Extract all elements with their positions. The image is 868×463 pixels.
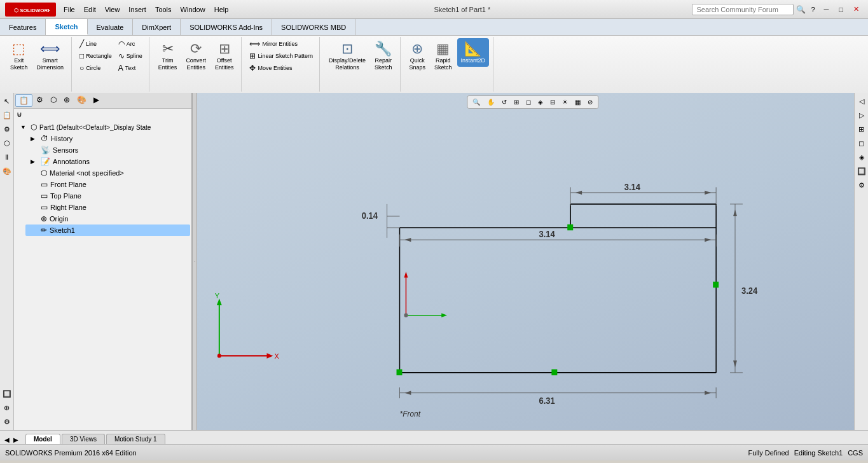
tab-next-button[interactable]: ▶ xyxy=(11,436,20,444)
title-bar-left: ⬡ SOLIDWORKS File Edit View Insert Tools… xyxy=(5,3,232,17)
tab-sketch[interactable]: Sketch xyxy=(46,19,87,35)
tab-model[interactable]: Model xyxy=(25,434,60,444)
sidebar-options[interactable]: ⚙ xyxy=(1,416,13,427)
spline-button[interactable]: ∿Spline xyxy=(116,50,145,62)
svg-rect-20 xyxy=(567,225,573,231)
filter-icon: ⊌ xyxy=(17,110,22,119)
menu-insert[interactable]: Insert xyxy=(125,4,150,15)
help-icon[interactable]: ? xyxy=(808,4,817,15)
menu-help[interactable]: Help xyxy=(210,4,233,15)
tree-item-front-plane[interactable]: ▶ ▭ Front Plane xyxy=(25,179,190,190)
move-icon: ✥ xyxy=(249,64,256,73)
close-button[interactable]: ✕ xyxy=(850,4,863,15)
convert-label: ConvertEntities xyxy=(186,57,206,71)
sidebar-zoom[interactable]: ⊕ xyxy=(1,402,13,413)
status-right: Fully Defined Editing Sketch1 CGS xyxy=(748,449,863,457)
tab-3d-views[interactable]: 3D Views xyxy=(62,434,105,444)
minimize-button[interactable]: ─ xyxy=(820,4,833,15)
right-sidebar-collapse[interactable]: ◁ xyxy=(856,95,867,107)
feature-tree-panel: 📋 ⚙ ⬡ ⊕ 🎨 ▶ ⊌ ▼ ⬡ Part1 (Default<<Defaul… xyxy=(14,93,192,430)
tree-item-part[interactable]: ▼ ⬡ Part1 (Default<<Default>_Display Sta… xyxy=(15,121,190,133)
sidebar-dim-expert[interactable]: Ⅱ xyxy=(1,151,13,163)
sidebar-config-manager[interactable]: ⬡ xyxy=(1,137,13,149)
linear-sketch-button[interactable]: ⊞Linear Sketch Pattern xyxy=(247,50,315,62)
tree-item-sensors[interactable]: ▶ 📡 Sensors xyxy=(25,144,190,156)
right-sidebar-view1[interactable]: ⊞ xyxy=(856,123,867,135)
offset-entities-button[interactable]: ⊞ OffsetEntities xyxy=(211,38,238,74)
tree-item-history[interactable]: ▶ ⏱ History xyxy=(25,133,190,144)
menu-tools[interactable]: Tools xyxy=(151,4,176,15)
circle-button[interactable]: ○Circle xyxy=(77,62,114,74)
sidebar-feature-manager[interactable]: 📋 xyxy=(1,109,13,121)
menu-edit[interactable]: Edit xyxy=(80,4,100,15)
svg-marker-32 xyxy=(705,191,711,195)
sidebar-select-tool[interactable]: ↖ xyxy=(1,95,13,107)
expand-annotations[interactable]: ▶ xyxy=(31,158,38,165)
move-entities-button[interactable]: ✥Move Entities xyxy=(247,62,315,74)
menu-file[interactable]: File xyxy=(60,4,79,15)
panel-nav-add[interactable]: ⊕ xyxy=(60,94,73,107)
tree-item-top-plane[interactable]: ▶ ▭ Top Plane xyxy=(25,190,190,202)
svg-text:3.14: 3.14 xyxy=(624,182,641,191)
material-icon: ⬡ xyxy=(41,169,47,177)
tab-features[interactable]: Features xyxy=(0,19,46,35)
menu-view[interactable]: View xyxy=(101,4,124,15)
panel-nav-display[interactable]: 🎨 xyxy=(74,94,90,107)
left-sidebar: ↖ 📋 ⚙ ⬡ Ⅱ 🎨 🔲 ⊕ ⚙ xyxy=(0,93,14,430)
rapid-sketch-button[interactable]: ▦ RapidSketch xyxy=(431,38,456,74)
right-sidebar-render[interactable]: 🔲 xyxy=(856,165,867,177)
search-input[interactable] xyxy=(692,4,794,15)
ribbon-group-modify: ✂ TrimEntities ⟳ ConvertEntities ⊞ Offse… xyxy=(151,37,242,92)
sidebar-display-manager[interactable]: 🎨 xyxy=(1,165,13,177)
panel-nav-config[interactable]: ⬡ xyxy=(47,94,60,107)
trim-icon: ✂ xyxy=(162,41,174,57)
exit-sketch-button[interactable]: ⬚ ExitSketch xyxy=(6,38,32,74)
trim-entities-button[interactable]: ✂ TrimEntities xyxy=(155,38,181,74)
sidebar-3d-view[interactable]: 🔲 xyxy=(1,388,13,399)
right-plane-label: Right Plane xyxy=(50,204,86,211)
tab-dimxpert[interactable]: DimXpert xyxy=(133,19,181,35)
smart-dimension-button[interactable]: ⟺ SmartDimension xyxy=(33,38,68,74)
convert-entities-button[interactable]: ⟳ ConvertEntities xyxy=(182,38,210,74)
main-area: ↖ 📋 ⚙ ⬡ Ⅱ 🎨 🔲 ⊕ ⚙ 📋 ⚙ ⬡ ⊕ 🎨 ▶ ⊌ ▼ ⬡ xyxy=(0,93,868,430)
viewport[interactable]: 🔍 ✋ ↺ ⊞ ◻ ◈ ⊟ ☀ ▦ ⊘ Y X xyxy=(197,93,868,430)
instant2d-button[interactable]: 📐 Instant2D xyxy=(457,38,490,67)
tab-addins[interactable]: SOLIDWORKS Add-Ins xyxy=(181,19,272,35)
menu-window[interactable]: Window xyxy=(177,4,209,15)
tree-item-right-plane[interactable]: ▶ ▭ Right Plane xyxy=(25,202,190,213)
panel-nav-property[interactable]: ⚙ xyxy=(33,94,46,107)
tree-item-origin[interactable]: ▶ ⊕ Origin xyxy=(25,213,190,225)
rectangle-button[interactable]: □Rectangle xyxy=(77,50,114,62)
right-sidebar-view2[interactable]: ◻ xyxy=(856,137,867,149)
tab-mbd[interactable]: SOLIDWORKS MBD xyxy=(272,19,355,35)
display-delete-icon: ⊡ xyxy=(341,41,353,57)
expand-history[interactable]: ▶ xyxy=(31,135,38,142)
mirror-entities-button[interactable]: ⟺Mirror Entities xyxy=(247,38,315,50)
quick-snaps-button[interactable]: ⊕ QuickSnaps xyxy=(406,38,430,74)
panel-resize-handle[interactable]: · xyxy=(192,93,197,430)
tree-item-sketch1[interactable]: ▶ ✏ Sketch1 xyxy=(25,225,190,236)
repair-sketch-button[interactable]: 🔧 RepairSketch xyxy=(371,38,396,74)
svg-marker-12 xyxy=(441,314,447,317)
line-button[interactable]: ╱Line xyxy=(77,38,114,50)
tab-nav-buttons: ◀ ▶ xyxy=(3,436,20,444)
right-sidebar-expand[interactable]: ▷ xyxy=(856,109,867,121)
right-sidebar-options[interactable]: ⚙ xyxy=(856,179,867,191)
filter-row: ⊌ xyxy=(14,109,191,120)
panel-nav-more[interactable]: ▶ xyxy=(90,94,102,107)
svg-text:3.14: 3.14 xyxy=(539,229,555,238)
tab-evaluate[interactable]: Evaluate xyxy=(88,19,134,35)
right-sidebar-view3[interactable]: ◈ xyxy=(856,151,867,163)
tab-motion-study[interactable]: Motion Study 1 xyxy=(106,434,165,444)
rapid-sketch-label: RapidSketch xyxy=(434,57,452,71)
arc-button[interactable]: ◠Arc xyxy=(116,38,145,50)
text-button[interactable]: AText xyxy=(116,62,145,74)
maximize-button[interactable]: □ xyxy=(835,4,847,15)
sidebar-property-manager[interactable]: ⚙ xyxy=(1,123,13,135)
display-delete-button[interactable]: ⊡ Display/DeleteRelations xyxy=(325,38,369,74)
panel-nav-feature[interactable]: 📋 xyxy=(15,94,32,107)
tree-item-annotations[interactable]: ▶ 📝 Annotations xyxy=(25,156,190,167)
tab-prev-button[interactable]: ◀ xyxy=(3,436,11,444)
tree-expand-part[interactable]: ▼ xyxy=(20,124,28,130)
tree-item-material[interactable]: ▶ ⬡ Material <not specified> xyxy=(25,167,190,179)
